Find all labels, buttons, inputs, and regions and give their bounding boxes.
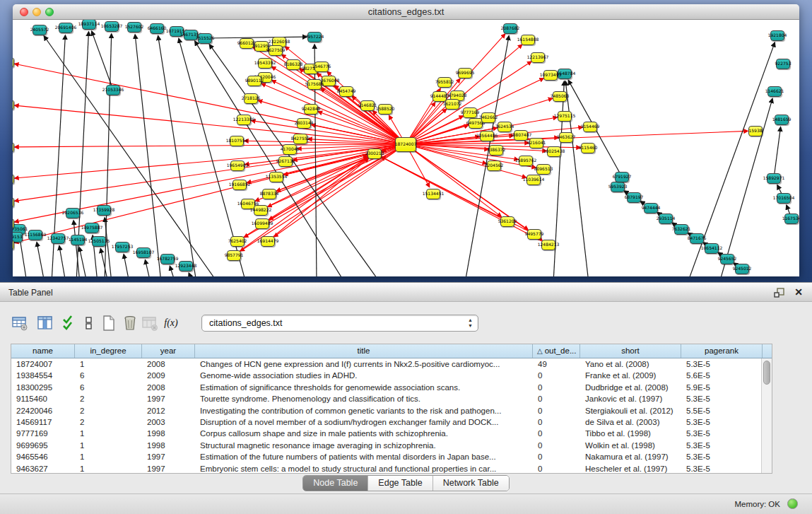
table-row[interactable]: 911546021997Tourette syndrome. Phenomeno… (11, 393, 772, 404)
graph-node[interactable]: 1145194 (71, 235, 85, 245)
graph-node[interactable]: 15895762 (519, 156, 533, 166)
graph-node[interactable]: 15892971 (767, 173, 781, 184)
graph-node[interactable]: 9777169 (463, 107, 477, 118)
graph-node[interactable]: 7957224 (307, 32, 322, 42)
graph-node[interactable]: 922753 (776, 59, 790, 69)
tab-edge-table[interactable]: Edge Table (368, 476, 433, 491)
graph-node[interactable]: 11156869 (28, 230, 42, 240)
graph-node[interactable]: 12213389 (237, 115, 251, 125)
graph-node[interactable]: 10807487 (514, 130, 528, 141)
graph-node[interactable]: 7204562 (487, 160, 501, 171)
graph-node[interactable]: 4170046 (283, 144, 297, 155)
scrollbar-thumb[interactable] (763, 361, 770, 385)
table-selector-dropdown[interactable]: citations_edges.txt ▲▼ (201, 315, 478, 332)
graph-node[interactable]: 8454749 (339, 86, 353, 97)
graph-node[interactable]: 9154469 (583, 122, 597, 132)
graph-node[interactable]: 18107554 (230, 136, 244, 146)
table-row[interactable]: 1830029562008Estimation of significance … (11, 382, 772, 393)
graph-node[interactable]: 12505135 (92, 236, 106, 247)
graph-node[interactable]: 8427552 (293, 134, 307, 144)
graph-node[interactable]: 7462662 (481, 112, 495, 123)
graph-node[interactable]: 16782759 (160, 254, 175, 264)
graph-node[interactable] (13, 197, 14, 208)
graph-node[interactable]: 8186328 (286, 59, 300, 70)
row-height-icon[interactable] (79, 313, 99, 333)
graph-node[interactable]: 9115460 (581, 143, 595, 153)
graph-node[interactable]: 8878334 (262, 189, 276, 199)
network-window-titlebar[interactable]: citations_edges.txt (13, 4, 799, 20)
graph-node[interactable]: 5175685 (307, 79, 322, 90)
graph-node[interactable]: 12975115 (558, 111, 572, 122)
graph-node[interactable]: 18724007 (395, 137, 416, 152)
graph-node[interactable]: 2718126 (244, 93, 258, 104)
graph-node[interactable]: 1546776 (314, 62, 329, 72)
graph-node[interactable]: 1527602 (127, 22, 141, 33)
graph-node[interactable]: 1146621 (767, 86, 782, 97)
graph-node[interactable]: 15134451 (426, 189, 440, 199)
graph-node[interactable]: 2405572 (33, 25, 47, 35)
graph-node[interactable]: 12342757 (51, 233, 65, 244)
column-header-short[interactable]: short (580, 344, 681, 358)
graph-node[interactable]: 12923448 (179, 261, 193, 271)
table-row[interactable]: 946554611997Estimation of the future num… (11, 451, 772, 462)
column-header-year[interactable]: year (142, 344, 195, 358)
graph-node[interactable]: 10025438 (547, 146, 561, 157)
graph-node[interactable]: 9495779 (527, 229, 541, 240)
column-header-name[interactable]: name (11, 344, 75, 358)
graph-node[interactable]: 9267130 (278, 156, 293, 167)
column-header-pagerank[interactable]: pagerank (681, 344, 763, 358)
graph-node[interactable]: 5953923 (611, 182, 625, 192)
graph-node[interactable]: 14498222 (254, 205, 268, 216)
table-row[interactable]: 969969511998Structural magnetic resonanc… (11, 440, 772, 451)
graph-node[interactable]: 9245652 (720, 254, 734, 264)
graph-node[interactable]: 1481659 (775, 115, 789, 125)
table-settings-icon[interactable] (10, 313, 30, 333)
graph-node[interactable]: 1921804 (770, 30, 784, 41)
column-header-in_degree[interactable]: in_degree (75, 344, 142, 358)
graph-node[interactable]: 17359928 (97, 205, 111, 216)
column-header-title[interactable]: title (195, 344, 533, 358)
graph-node[interactable]: 9463627 (559, 132, 573, 143)
graph-node[interactable]: 7955812 (437, 77, 452, 88)
graph-node[interactable]: 8471676 (690, 233, 704, 244)
graph-node[interactable]: 19654903 (230, 160, 245, 171)
graph-node[interactable]: 1621072 (445, 99, 459, 110)
graph-node[interactable]: 21053346 (106, 85, 120, 95)
graph-node[interactable]: 9857791 (227, 250, 241, 261)
graph-node[interactable]: 9144487 (433, 91, 447, 102)
graph-node[interactable]: 9146821 (360, 100, 375, 111)
graph-node[interactable]: 10654112 (705, 243, 719, 254)
graph-node[interactable]: 7632621 (674, 224, 688, 235)
network-canvas[interactable]: 2405572206914061893711410653287152760264… (13, 20, 799, 276)
graph-node[interactable]: 9699695 (458, 68, 472, 78)
graph-node[interactable]: 10975887 (85, 223, 99, 233)
vertical-scrollbar[interactable] (761, 358, 772, 473)
destroy-table-icon[interactable] (140, 313, 160, 333)
graph-node[interactable]: 9627509 (269, 45, 283, 56)
graph-node[interactable]: 16958107 (136, 247, 151, 258)
graph-node[interactable]: 1588520 (378, 104, 392, 115)
graph-node[interactable]: 9242848 (304, 104, 318, 115)
graph-node[interactable] (13, 174, 14, 185)
table-row[interactable]: 1456911722003Disruption of a novel membe… (11, 416, 772, 428)
graph-node[interactable]: 10543392 (258, 58, 272, 69)
graph-node[interactable]: 17016504 (777, 193, 791, 204)
close-panel-icon[interactable]: ✕ (794, 286, 803, 298)
select-rows-icon[interactable] (59, 313, 79, 333)
graph-node[interactable]: 15938 (748, 126, 763, 136)
float-window-icon[interactable] (774, 287, 785, 298)
graph-node[interactable]: 20564486 (480, 131, 494, 141)
graph-node[interactable]: 3624534 (498, 122, 512, 132)
graph-node[interactable]: 5361202 (500, 216, 514, 227)
graph-node[interactable]: 7485063 (553, 91, 567, 102)
graph-node[interactable]: 1167534 (784, 214, 799, 224)
graph-node[interactable]: 7386372 (489, 145, 503, 156)
graph-node[interactable]: 12213967 (531, 52, 545, 63)
graph-node[interactable]: 2803144 (297, 118, 311, 129)
graph-node[interactable]: 10653287 (105, 21, 119, 32)
graph-node[interactable]: 9890112 (247, 76, 261, 86)
graph-node[interactable] (13, 218, 14, 229)
trash-icon[interactable] (120, 313, 140, 333)
graph-node[interactable] (13, 240, 14, 250)
graph-node[interactable]: 8096513 (536, 164, 551, 175)
